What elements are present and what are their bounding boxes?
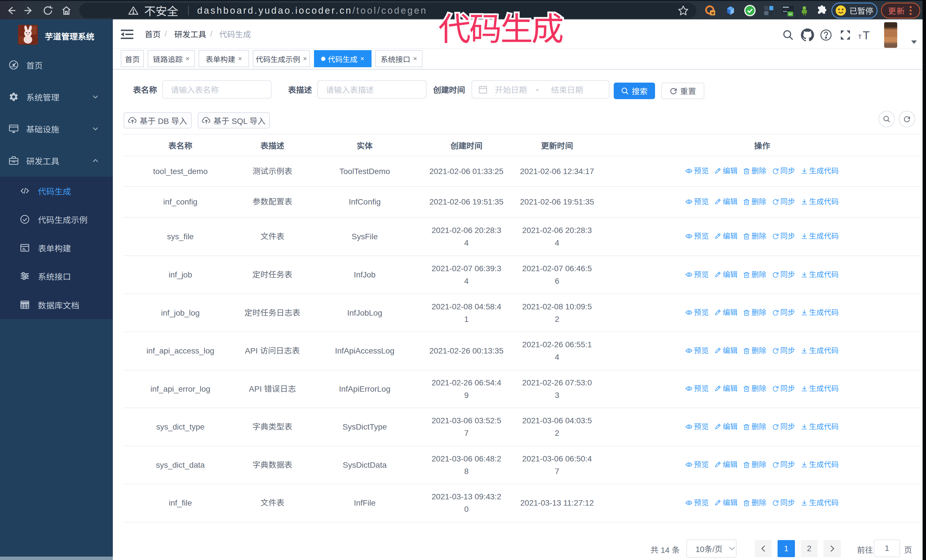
svg-text:T: T: [863, 30, 870, 41]
svg-text:т: т: [858, 32, 862, 41]
svg-text:on: on: [789, 12, 792, 16]
